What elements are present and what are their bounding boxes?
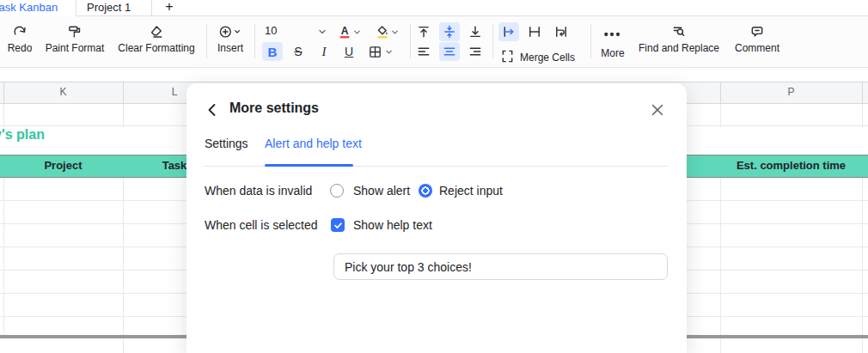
comment-icon bbox=[749, 24, 765, 40]
tab-settings[interactable]: Settings bbox=[205, 137, 248, 150]
toolbar-divider bbox=[254, 24, 255, 58]
vertical-align-bottom-icon bbox=[468, 24, 483, 40]
tab-separator bbox=[151, 0, 152, 15]
text-clip-button[interactable] bbox=[524, 22, 545, 41]
grid-line bbox=[720, 104, 721, 127]
merge-cells-icon bbox=[500, 49, 515, 64]
clear-formatting-icon bbox=[149, 24, 164, 40]
tab-separator bbox=[76, 0, 76, 15]
chevron-down-icon bbox=[317, 27, 327, 37]
find-replace-button[interactable]: Find and Replace bbox=[634, 22, 724, 62]
bold-icon: B bbox=[268, 45, 278, 59]
vertical-align-middle-button[interactable] bbox=[439, 22, 460, 41]
grid-line bbox=[3, 104, 4, 127]
chevron-down-icon bbox=[352, 27, 362, 37]
grid-line bbox=[3, 155, 4, 335]
strikethrough-button[interactable]: S bbox=[288, 42, 309, 61]
radio-show-alert[interactable] bbox=[330, 184, 344, 198]
fill-color-button[interactable] bbox=[368, 22, 406, 41]
align-right-button[interactable] bbox=[465, 42, 486, 61]
more-label: More bbox=[596, 47, 629, 59]
align-right-icon bbox=[468, 44, 483, 59]
vertical-align-top-button[interactable] bbox=[413, 22, 434, 41]
text-clip-icon bbox=[527, 24, 542, 40]
radio-show-alert-label[interactable]: Show alert bbox=[353, 184, 410, 198]
insert-label: Insert bbox=[210, 42, 251, 54]
sheet-tab-project-1[interactable]: Project 1 bbox=[87, 1, 131, 14]
bold-button[interactable]: B bbox=[262, 42, 283, 61]
header-cell-est-completion-time[interactable]: Est. completion time bbox=[720, 159, 862, 172]
back-button[interactable] bbox=[204, 101, 221, 119]
text-overflow-button[interactable] bbox=[498, 22, 519, 41]
help-text-input[interactable] bbox=[333, 253, 668, 280]
app-window: K L P y's plan Project Task bbox=[0, 0, 868, 353]
sheet-tab-bar: Task Kanban Project 1 + bbox=[0, 0, 868, 16]
cell-selected-label: When cell is selected bbox=[205, 218, 318, 232]
find-replace-icon bbox=[671, 24, 687, 40]
add-sheet-button[interactable]: + bbox=[162, 0, 177, 15]
checkbox-show-help-text[interactable] bbox=[331, 218, 345, 232]
radio-reject-input-label[interactable]: Reject input bbox=[439, 184, 503, 198]
invalid-data-label: When data is invalid bbox=[205, 184, 312, 198]
toolbar-divider bbox=[410, 24, 411, 58]
sheet-tab-task-kanban[interactable]: Task Kanban bbox=[0, 1, 67, 15]
chevron-left-icon bbox=[204, 101, 221, 119]
toolbar-divider bbox=[492, 24, 493, 58]
clear-formatting-button[interactable]: Clear Formatting bbox=[113, 22, 200, 62]
comment-label: Comment bbox=[730, 42, 784, 54]
strikethrough-icon: S bbox=[294, 45, 302, 58]
vertical-align-middle-icon bbox=[442, 24, 457, 40]
text-color-button[interactable]: A bbox=[330, 22, 368, 41]
column-header-P[interactable]: P bbox=[720, 86, 862, 100]
grid-line bbox=[123, 155, 124, 353]
modal-title: More settings bbox=[229, 100, 319, 116]
grid-line bbox=[123, 104, 124, 127]
text-color-icon: A bbox=[337, 24, 352, 40]
text-wrap-icon bbox=[553, 24, 569, 40]
header-cell-project[interactable]: Project bbox=[3, 159, 123, 172]
grid-line bbox=[720, 82, 721, 104]
radio-reject-input[interactable] bbox=[419, 184, 432, 198]
align-center-button[interactable] bbox=[439, 42, 460, 61]
sheet-section-title-cell[interactable]: y's plan bbox=[0, 127, 186, 148]
toolbar-divider bbox=[590, 24, 591, 58]
comment-button[interactable]: Comment bbox=[730, 22, 784, 62]
underline-button[interactable]: U bbox=[339, 42, 359, 61]
vertical-align-top-icon bbox=[416, 24, 431, 40]
more-button[interactable]: ••• More bbox=[596, 22, 629, 62]
text-overflow-icon bbox=[501, 24, 517, 40]
align-left-button[interactable] bbox=[413, 42, 434, 61]
close-icon bbox=[649, 101, 666, 119]
grid-line bbox=[123, 82, 124, 104]
paint-format-button[interactable]: Paint Format bbox=[41, 22, 108, 62]
text-wrap-button[interactable] bbox=[551, 22, 572, 41]
merge-cells-label: Merge Cells bbox=[520, 52, 575, 64]
sheet-tab-label: Task Kanban bbox=[0, 1, 58, 14]
toolbar: Redo Paint Format Clear Formatting Inser… bbox=[0, 16, 868, 68]
chevron-down-icon bbox=[384, 47, 394, 57]
toolbar-divider bbox=[206, 24, 207, 58]
insert-icon bbox=[217, 24, 243, 40]
insert-button[interactable]: Insert bbox=[210, 22, 251, 62]
column-header-K[interactable]: K bbox=[3, 86, 123, 100]
paint-format-icon bbox=[67, 24, 83, 40]
tab-alert-and-help-text[interactable]: Alert and help text bbox=[265, 137, 362, 150]
font-size-select[interactable]: 10 bbox=[262, 23, 331, 40]
align-center-icon bbox=[442, 44, 457, 59]
grid-line bbox=[3, 82, 4, 104]
borders-button[interactable] bbox=[364, 42, 397, 61]
paint-format-label: Paint Format bbox=[41, 42, 108, 54]
close-button[interactable] bbox=[649, 101, 666, 119]
grid-line bbox=[862, 104, 863, 127]
grid-line bbox=[862, 155, 863, 353]
fill-color-icon bbox=[375, 24, 390, 40]
redo-button[interactable]: Redo bbox=[2, 22, 38, 62]
redo-label: Redo bbox=[2, 42, 38, 54]
vertical-align-bottom-button[interactable] bbox=[465, 22, 486, 41]
more-icon: ••• bbox=[596, 27, 629, 41]
find-replace-label: Find and Replace bbox=[634, 42, 724, 54]
checkbox-show-help-text-label[interactable]: Show help text bbox=[353, 218, 432, 232]
italic-button[interactable]: I bbox=[314, 42, 334, 61]
font-size-value: 10 bbox=[265, 24, 277, 37]
merge-cells-button[interactable]: Merge Cells bbox=[500, 48, 586, 65]
